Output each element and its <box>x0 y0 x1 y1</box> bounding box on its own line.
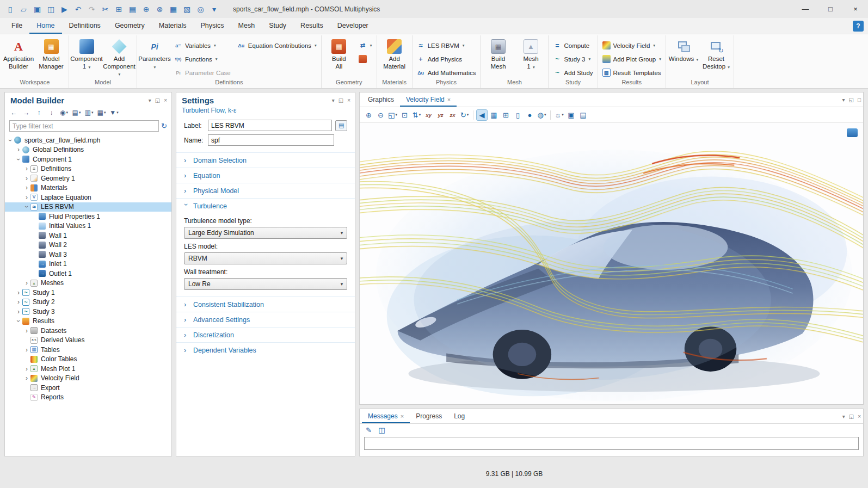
tree-expander-icon[interactable]: › <box>23 175 30 182</box>
turbulence-model-type-select[interactable]: Large Eddy Simulation ▾ <box>184 227 347 239</box>
tree-item[interactable]: Wall 3 <box>5 250 171 260</box>
tree-item[interactable]: ›Global Definitions <box>5 145 171 155</box>
panel-menu-icon[interactable]: ▾ <box>842 97 845 103</box>
float-panel-icon[interactable]: ◱ <box>849 413 854 419</box>
menu-item[interactable]: Definitions <box>62 18 108 34</box>
tree-item[interactable]: Color Tables <box>5 355 171 365</box>
snapshot-icon[interactable]: ▧ <box>180 3 194 16</box>
tree-item[interactable]: ›Geometry 1 <box>5 174 171 183</box>
tree-item[interactable]: Inlet 1 <box>5 260 171 269</box>
save-as-icon[interactable]: ◫ <box>44 3 58 16</box>
maximize-button[interactable]: □ <box>818 0 843 18</box>
collapse-all-icon[interactable]: ▤▾ <box>71 107 82 118</box>
clipboard-icon[interactable]: ▯▾ <box>512 109 524 121</box>
section-dependent-variables[interactable]: ›Dependent Variables <box>176 342 355 357</box>
functions-button[interactable]: Functions▾ <box>171 53 233 65</box>
equation-contributions-button[interactable]: Equation Contributions▾ <box>235 39 319 52</box>
zoom-out-icon[interactable]: ⊖▾ <box>375 109 386 121</box>
graphics-context-button[interactable] <box>847 128 858 137</box>
close-panel-icon[interactable]: × <box>347 97 350 103</box>
tree-item[interactable]: Export <box>5 383 171 393</box>
add-material-button[interactable]: AddMaterial <box>379 36 410 71</box>
menu-item[interactable]: Mesh <box>231 18 262 34</box>
add-component-button[interactable]: AddComponent ▾ <box>103 36 135 79</box>
tree-item[interactable]: ›Component 1 <box>5 155 171 164</box>
menu-item[interactable]: Geometry <box>108 18 152 34</box>
tree-expander-icon[interactable]: › <box>7 137 14 144</box>
les-model-select[interactable]: RBVM ▾ <box>184 252 347 264</box>
close-button[interactable]: × <box>843 0 868 18</box>
tree-expander-icon[interactable]: › <box>23 365 30 373</box>
panel-menu-icon[interactable]: ▾ <box>842 413 845 419</box>
messages-tab[interactable]: Progress <box>410 409 448 423</box>
menu-item[interactable]: Physics <box>193 18 231 34</box>
customize-quick-access-icon[interactable]: ▾ <box>207 3 221 16</box>
add-study-button[interactable]: Add Study <box>550 66 595 79</box>
lock-icon[interactable]: ●▾ <box>524 109 535 121</box>
name-input[interactable] <box>208 134 334 146</box>
tree-item[interactable]: ›Study 3 <box>5 307 171 317</box>
redo-icon[interactable]: ↷ <box>85 3 99 16</box>
graphics-canvas[interactable] <box>360 123 863 404</box>
tree-item[interactable]: ›Velocity Field <box>5 374 171 384</box>
label-input[interactable] <box>208 120 332 131</box>
tree-item[interactable]: Derived Values <box>5 336 171 345</box>
graphics-tab[interactable]: Graphics <box>362 92 400 107</box>
tree-expander-icon[interactable]: › <box>23 194 30 201</box>
add-mathematics-button[interactable]: Add Mathematics <box>414 66 479 79</box>
section-consistent-stabilization[interactable]: ›Consistent Stabilization <box>176 296 355 312</box>
tree-item[interactable]: Initial Values 1 <box>5 221 171 231</box>
export-image-icon[interactable]: ⊞▾ <box>500 109 512 121</box>
tree-expander-icon[interactable]: › <box>23 327 30 335</box>
velocity-field-button[interactable]: Velocity Field▾ <box>600 39 664 52</box>
section-equation[interactable]: ›Equation <box>176 168 355 183</box>
tree-expander-icon[interactable]: › <box>15 308 22 316</box>
save-icon[interactable]: ▣ <box>30 3 44 16</box>
tree-item[interactable]: ›Laplace Equation <box>5 193 171 202</box>
tree-expander-icon[interactable]: › <box>15 318 22 324</box>
model-manager-button[interactable]: Model Manager <box>35 36 67 71</box>
move-down-icon[interactable]: ↓▾ <box>46 107 57 118</box>
float-panel-icon[interactable]: ◱ <box>338 97 343 103</box>
component-1-button[interactable]: Component1 ▾ <box>71 36 102 71</box>
float-panel-icon[interactable]: ◱ <box>849 97 854 103</box>
environment-icon[interactable]: ◍▾ <box>536 109 547 121</box>
open-file-icon[interactable]: ▱ <box>17 3 30 16</box>
section-turbulence[interactable]: ›Turbulence <box>176 198 355 213</box>
close-panel-icon[interactable]: × <box>164 97 167 103</box>
reset-desktop-button[interactable]: ResetDesktop ▾ <box>700 36 732 71</box>
duplicate-icon[interactable]: ⊕ <box>139 3 153 16</box>
delete-icon[interactable]: ⊗ <box>153 3 167 16</box>
menu-item[interactable]: Developer <box>330 18 375 34</box>
panel-menu-icon[interactable]: ▾ <box>332 97 335 103</box>
measure-icon[interactable]: ◎ <box>194 3 207 16</box>
print-icon[interactable]: ▤▾ <box>577 109 589 121</box>
close-panel-icon[interactable]: × <box>858 413 861 419</box>
tree-item[interactable]: Wall 2 <box>5 240 171 250</box>
tree-item[interactable]: ›sports_car_flow_field.mph <box>5 135 171 145</box>
refresh-icon[interactable]: ↻ <box>161 122 167 130</box>
tree-item[interactable]: Fluid Properties 1 <box>5 212 171 221</box>
mesh-1-button[interactable]: Mesh1 ▾ <box>515 36 546 71</box>
view-xy-icon[interactable]: xy▾ <box>423 109 434 121</box>
close-tab-icon[interactable]: × <box>401 413 404 419</box>
messages-input[interactable] <box>364 437 859 450</box>
back-icon[interactable]: ←▾ <box>8 107 20 118</box>
section-discretization[interactable]: ›Discretization <box>176 327 355 342</box>
tree-expander-icon[interactable]: › <box>15 298 22 306</box>
tree-item[interactable]: Reports <box>5 393 171 403</box>
panel-menu-icon[interactable]: ▾ <box>149 97 151 103</box>
tree-item[interactable]: ›LES RBVM <box>5 202 171 212</box>
tree-item[interactable]: Outlet 1 <box>5 269 171 279</box>
cut-icon[interactable]: ✂ <box>99 3 112 16</box>
view-zx-icon[interactable]: zx▾ <box>447 109 458 121</box>
zoom-in-icon[interactable]: ⊕▾ <box>363 109 374 121</box>
maximize-panel-icon[interactable]: □ <box>858 97 861 103</box>
add-physics-button[interactable]: Add Physics <box>414 53 479 65</box>
filter-input[interactable] <box>9 120 159 132</box>
zoom-extents-icon[interactable]: ⊡▾ <box>399 109 410 121</box>
tree-expander-icon[interactable]: › <box>23 346 30 354</box>
new-file-icon[interactable]: ▯ <box>3 3 17 16</box>
view-yz-icon[interactable]: yz▾ <box>435 109 446 121</box>
geometry-insert-button[interactable] <box>356 53 375 65</box>
